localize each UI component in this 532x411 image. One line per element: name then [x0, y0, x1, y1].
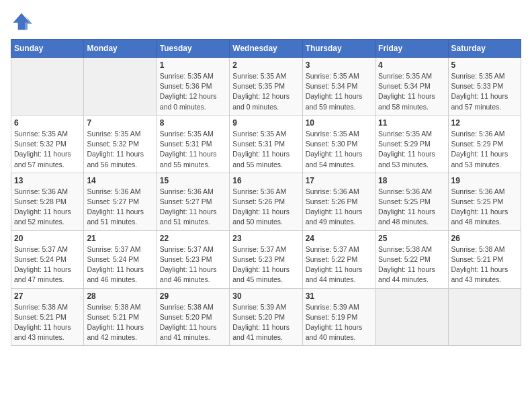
day-number: 29	[160, 291, 226, 301]
day-number: 11	[378, 118, 445, 128]
day-info: Sunrise: 5:35 AMSunset: 5:33 PMDaylight:…	[451, 71, 518, 112]
calendar-cell: 22Sunrise: 5:37 AMSunset: 5:23 PMDayligh…	[157, 230, 229, 288]
header-cell-saturday: Saturday	[448, 40, 521, 58]
day-info: Sunrise: 5:38 AMSunset: 5:21 PMDaylight:…	[451, 244, 518, 285]
calendar-cell: 15Sunrise: 5:36 AMSunset: 5:27 PMDayligh…	[157, 173, 229, 230]
day-number: 26	[451, 234, 518, 243]
calendar-cell: 14Sunrise: 5:36 AMSunset: 5:27 PMDayligh…	[84, 173, 157, 230]
day-info: Sunrise: 5:35 AMSunset: 5:34 PMDaylight:…	[378, 71, 445, 112]
calendar-cell: 4Sunrise: 5:35 AMSunset: 5:34 PMDaylight…	[375, 58, 448, 116]
calendar-cell: 11Sunrise: 5:35 AMSunset: 5:29 PMDayligh…	[375, 115, 448, 173]
calendar-cell: 31Sunrise: 5:39 AMSunset: 5:19 PMDayligh…	[302, 288, 375, 346]
calendar-cell	[84, 58, 157, 116]
calendar-cell: 16Sunrise: 5:36 AMSunset: 5:26 PMDayligh…	[230, 173, 302, 230]
calendar-cell	[11, 58, 84, 116]
calendar-cell: 20Sunrise: 5:37 AMSunset: 5:24 PMDayligh…	[11, 230, 84, 288]
calendar-cell: 1Sunrise: 5:35 AMSunset: 5:36 PMDaylight…	[157, 58, 229, 116]
calendar-cell: 2Sunrise: 5:35 AMSunset: 5:35 PMDaylight…	[230, 58, 302, 116]
header-cell-tuesday: Tuesday	[157, 40, 229, 58]
day-info: Sunrise: 5:36 AMSunset: 5:27 PMDaylight:…	[87, 187, 153, 228]
day-info: Sunrise: 5:37 AMSunset: 5:24 PMDaylight:…	[87, 244, 153, 285]
day-number: 22	[160, 234, 226, 243]
day-number: 19	[451, 176, 518, 185]
svg-marker-1	[25, 15, 32, 30]
header-cell-sunday: Sunday	[11, 40, 84, 58]
day-number: 2	[232, 60, 299, 70]
calendar-cell: 8Sunrise: 5:35 AMSunset: 5:31 PMDaylight…	[157, 115, 229, 173]
day-number: 10	[306, 118, 372, 128]
day-number: 18	[378, 176, 445, 185]
day-info: Sunrise: 5:39 AMSunset: 5:20 PMDaylight:…	[232, 302, 299, 343]
day-number: 6	[14, 118, 81, 128]
day-number: 17	[306, 176, 372, 185]
calendar-cell: 30Sunrise: 5:39 AMSunset: 5:20 PMDayligh…	[230, 288, 302, 346]
day-info: Sunrise: 5:37 AMSunset: 5:24 PMDaylight:…	[14, 244, 81, 285]
day-number: 8	[160, 118, 226, 128]
calendar-body: 1Sunrise: 5:35 AMSunset: 5:36 PMDaylight…	[11, 58, 521, 346]
day-info: Sunrise: 5:35 AMSunset: 5:35 PMDaylight:…	[232, 71, 299, 112]
header-cell-thursday: Thursday	[302, 40, 375, 58]
day-info: Sunrise: 5:38 AMSunset: 5:20 PMDaylight:…	[160, 302, 226, 343]
day-info: Sunrise: 5:38 AMSunset: 5:21 PMDaylight:…	[14, 302, 81, 343]
calendar-cell: 24Sunrise: 5:37 AMSunset: 5:22 PMDayligh…	[302, 230, 375, 288]
day-number: 16	[232, 176, 299, 185]
calendar-cell: 13Sunrise: 5:36 AMSunset: 5:28 PMDayligh…	[11, 173, 84, 230]
calendar-cell: 23Sunrise: 5:37 AMSunset: 5:23 PMDayligh…	[230, 230, 302, 288]
day-info: Sunrise: 5:36 AMSunset: 5:28 PMDaylight:…	[14, 187, 81, 228]
day-info: Sunrise: 5:35 AMSunset: 5:29 PMDaylight:…	[378, 129, 445, 170]
day-info: Sunrise: 5:35 AMSunset: 5:32 PMDaylight:…	[14, 129, 81, 170]
header-cell-monday: Monday	[84, 40, 157, 58]
week-row-3: 13Sunrise: 5:36 AMSunset: 5:28 PMDayligh…	[11, 173, 521, 230]
calendar-table: SundayMondayTuesdayWednesdayThursdayFrid…	[11, 39, 521, 346]
day-number: 31	[306, 291, 372, 301]
day-number: 24	[306, 234, 372, 243]
day-info: Sunrise: 5:36 AMSunset: 5:26 PMDaylight:…	[232, 187, 299, 228]
calendar-cell: 29Sunrise: 5:38 AMSunset: 5:20 PMDayligh…	[157, 288, 229, 346]
day-number: 12	[451, 118, 518, 128]
day-info: Sunrise: 5:37 AMSunset: 5:22 PMDaylight:…	[306, 244, 372, 285]
header-cell-wednesday: Wednesday	[230, 40, 302, 58]
calendar-cell: 21Sunrise: 5:37 AMSunset: 5:24 PMDayligh…	[84, 230, 157, 288]
day-info: Sunrise: 5:36 AMSunset: 5:26 PMDaylight:…	[306, 187, 372, 228]
header-row: SundayMondayTuesdayWednesdayThursdayFrid…	[11, 40, 521, 58]
day-info: Sunrise: 5:36 AMSunset: 5:29 PMDaylight:…	[451, 129, 518, 170]
day-info: Sunrise: 5:35 AMSunset: 5:34 PMDaylight:…	[306, 71, 372, 112]
day-number: 15	[160, 176, 226, 185]
day-info: Sunrise: 5:37 AMSunset: 5:23 PMDaylight:…	[160, 244, 226, 285]
day-info: Sunrise: 5:35 AMSunset: 5:31 PMDaylight:…	[160, 129, 226, 170]
calendar-cell: 9Sunrise: 5:35 AMSunset: 5:31 PMDaylight…	[230, 115, 302, 173]
day-number: 27	[14, 291, 81, 301]
calendar-cell: 18Sunrise: 5:36 AMSunset: 5:25 PMDayligh…	[375, 173, 448, 230]
logo-icon	[11, 11, 32, 32]
day-info: Sunrise: 5:36 AMSunset: 5:25 PMDaylight:…	[451, 187, 518, 228]
calendar-cell: 28Sunrise: 5:38 AMSunset: 5:21 PMDayligh…	[84, 288, 157, 346]
day-number: 1	[160, 60, 226, 70]
calendar-cell: 10Sunrise: 5:35 AMSunset: 5:30 PMDayligh…	[302, 115, 375, 173]
logo	[11, 11, 35, 32]
calendar-cell: 26Sunrise: 5:38 AMSunset: 5:21 PMDayligh…	[448, 230, 521, 288]
day-info: Sunrise: 5:35 AMSunset: 5:31 PMDaylight:…	[232, 129, 299, 170]
day-info: Sunrise: 5:35 AMSunset: 5:32 PMDaylight:…	[87, 129, 153, 170]
day-info: Sunrise: 5:36 AMSunset: 5:25 PMDaylight:…	[378, 187, 445, 228]
calendar-cell	[375, 288, 448, 346]
day-info: Sunrise: 5:36 AMSunset: 5:27 PMDaylight:…	[160, 187, 226, 228]
calendar-cell: 25Sunrise: 5:38 AMSunset: 5:22 PMDayligh…	[375, 230, 448, 288]
calendar-cell: 5Sunrise: 5:35 AMSunset: 5:33 PMDaylight…	[448, 58, 521, 116]
day-number: 23	[232, 234, 299, 243]
calendar-cell: 17Sunrise: 5:36 AMSunset: 5:26 PMDayligh…	[302, 173, 375, 230]
calendar-header: SundayMondayTuesdayWednesdayThursdayFrid…	[11, 40, 521, 58]
day-number: 25	[378, 234, 445, 243]
day-number: 3	[306, 60, 372, 70]
day-number: 28	[87, 291, 153, 301]
calendar-cell: 12Sunrise: 5:36 AMSunset: 5:29 PMDayligh…	[448, 115, 521, 173]
week-row-2: 6Sunrise: 5:35 AMSunset: 5:32 PMDaylight…	[11, 115, 521, 173]
week-row-4: 20Sunrise: 5:37 AMSunset: 5:24 PMDayligh…	[11, 230, 521, 288]
calendar-cell: 27Sunrise: 5:38 AMSunset: 5:21 PMDayligh…	[11, 288, 84, 346]
header-cell-friday: Friday	[375, 40, 448, 58]
day-number: 13	[14, 176, 81, 185]
day-info: Sunrise: 5:38 AMSunset: 5:22 PMDaylight:…	[378, 244, 445, 285]
day-info: Sunrise: 5:39 AMSunset: 5:19 PMDaylight:…	[306, 302, 372, 343]
week-row-5: 27Sunrise: 5:38 AMSunset: 5:21 PMDayligh…	[11, 288, 521, 346]
day-number: 30	[232, 291, 299, 301]
calendar-cell: 3Sunrise: 5:35 AMSunset: 5:34 PMDaylight…	[302, 58, 375, 116]
